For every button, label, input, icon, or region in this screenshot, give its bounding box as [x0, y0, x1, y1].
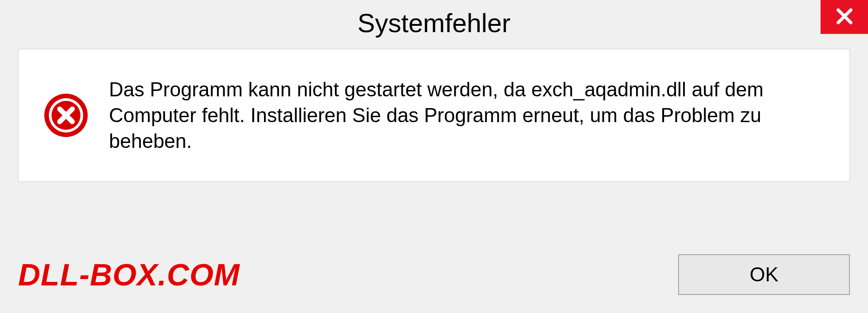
close-icon [835, 7, 854, 27]
error-icon [43, 93, 89, 138]
ok-button-label: OK [750, 263, 778, 286]
ok-button[interactable]: OK [678, 254, 850, 295]
dialog-footer: DLL-BOX.COM OK [0, 250, 868, 299]
message-panel: Das Programm kann nicht gestartet werden… [18, 49, 850, 182]
dialog-title: Systemfehler [358, 8, 510, 38]
error-message: Das Programm kann nicht gestartet werden… [109, 76, 825, 154]
watermark-text: DLL-BOX.COM [18, 257, 240, 292]
close-button[interactable] [821, 0, 868, 34]
titlebar: Systemfehler [0, 0, 868, 45]
